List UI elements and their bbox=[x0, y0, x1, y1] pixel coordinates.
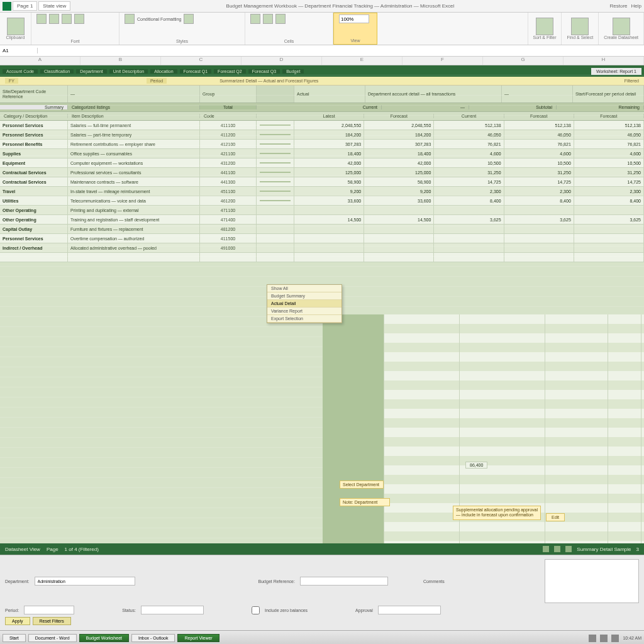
cell-value[interactable] bbox=[434, 234, 504, 243]
cell-value[interactable]: 3,625 bbox=[434, 215, 504, 224]
cell-category[interactable]: Indirect / Overhead bbox=[0, 243, 68, 252]
name-box[interactable]: A1 bbox=[0, 48, 38, 53]
taskbar-item[interactable]: Report Viewer bbox=[177, 634, 219, 642]
cell-value[interactable]: 10,500 bbox=[574, 158, 644, 167]
create-datasheet-icon[interactable] bbox=[613, 18, 630, 35]
taskbar-item[interactable]: Inbox - Outlook bbox=[131, 634, 175, 642]
cell-value[interactable] bbox=[504, 206, 574, 214]
table-row[interactable]: TravelIn-state travel — mileage reimburs… bbox=[0, 187, 644, 196]
col-hdr[interactable]: G bbox=[483, 57, 564, 65]
cell-value[interactable] bbox=[574, 253, 644, 262]
cell-value[interactable]: 4,600 bbox=[504, 149, 574, 158]
cell-code[interactable]: 471100 bbox=[200, 206, 257, 214]
apply-button[interactable]: Apply bbox=[5, 617, 30, 625]
italic-icon[interactable] bbox=[49, 14, 59, 24]
cell-value[interactable] bbox=[434, 253, 504, 262]
window-restore[interactable]: Restore bbox=[610, 3, 628, 9]
col-hdr[interactable]: E bbox=[322, 57, 402, 65]
cell-value[interactable]: 33,600 bbox=[294, 196, 364, 205]
quick-tab-2[interactable]: State view bbox=[38, 1, 70, 11]
cell-value[interactable]: 512,138 bbox=[434, 121, 504, 130]
cell-category[interactable]: Personnel Services bbox=[0, 130, 68, 139]
cell-description[interactable]: Telecommunications — voice and data bbox=[68, 196, 200, 205]
cell-category[interactable]: Equipment bbox=[0, 158, 68, 167]
bold-icon[interactable] bbox=[36, 14, 47, 24]
cell-value[interactable]: 512,138 bbox=[574, 121, 644, 130]
cell-value[interactable]: 307,283 bbox=[364, 140, 434, 148]
cell-description[interactable]: Training and registration — staff develo… bbox=[68, 215, 200, 224]
cell-category[interactable]: Supplies bbox=[0, 149, 68, 158]
cell-value[interactable] bbox=[574, 243, 644, 252]
table-row[interactable]: SuppliesOffice supplies — consumables421… bbox=[0, 149, 644, 158]
cell-description[interactable]: Furniture and fixtures — replacement bbox=[68, 225, 200, 233]
cell-value[interactable]: 3,625 bbox=[504, 215, 574, 224]
filter-approval-input[interactable] bbox=[378, 606, 441, 614]
note-edit-button[interactable]: Edit bbox=[546, 513, 565, 521]
cell-code[interactable] bbox=[200, 253, 257, 262]
cell-value[interactable]: 58,900 bbox=[364, 177, 434, 186]
cell-value[interactable] bbox=[574, 234, 644, 243]
cell-value[interactable]: 42,000 bbox=[364, 158, 434, 167]
cell-value[interactable] bbox=[364, 243, 434, 252]
cell-value[interactable] bbox=[574, 206, 644, 214]
cell-value[interactable] bbox=[294, 225, 364, 233]
cell-description[interactable]: In-state travel — mileage reimbursement bbox=[68, 187, 200, 196]
cell-value[interactable]: 18,400 bbox=[294, 149, 364, 158]
tray-shield-icon[interactable] bbox=[611, 635, 619, 642]
cell-value[interactable]: 31,250 bbox=[434, 168, 504, 177]
table-row[interactable]: Personnel ServicesSalaries — full-time p… bbox=[0, 121, 644, 130]
cell-value[interactable]: 125,000 bbox=[364, 168, 434, 177]
cell-value[interactable]: 46,050 bbox=[574, 130, 644, 139]
cell-value[interactable] bbox=[504, 243, 574, 252]
cell-code[interactable]: 441300 bbox=[200, 177, 257, 186]
cell-code[interactable]: 412100 bbox=[200, 140, 257, 148]
table-row[interactable]: Capital OutlayFurniture and fixtures — r… bbox=[0, 225, 644, 234]
note-supplemental[interactable]: Supplemental allocation pending approval… bbox=[453, 506, 541, 520]
cell-value[interactable]: 184,200 bbox=[294, 130, 364, 139]
col-hdr[interactable]: D bbox=[242, 57, 322, 65]
dropdown-item[interactable]: Variance Report bbox=[267, 308, 341, 315]
cell-code[interactable]: 411100 bbox=[200, 121, 257, 130]
cell-code[interactable]: 451100 bbox=[200, 187, 257, 196]
table-row[interactable]: Other OperatingPrinting and duplicating … bbox=[0, 206, 644, 215]
tray-volume-icon[interactable] bbox=[600, 635, 608, 642]
cell-category[interactable]: Personnel Benefits bbox=[0, 140, 68, 148]
cell-value[interactable] bbox=[294, 243, 364, 252]
cell-category[interactable]: Capital Outlay bbox=[0, 225, 68, 233]
filter-status-input[interactable] bbox=[141, 606, 204, 614]
cell-value[interactable]: 31,250 bbox=[574, 168, 644, 177]
note-dept[interactable]: Note: Department bbox=[340, 498, 390, 506]
cell-value[interactable]: 125,000 bbox=[294, 168, 364, 177]
worksheet-area[interactable]: Account Code Classification Department U… bbox=[0, 65, 644, 543]
cell-value[interactable] bbox=[574, 225, 644, 233]
filter-period-input[interactable] bbox=[24, 606, 74, 614]
cell-value[interactable]: 2,048,550 bbox=[294, 121, 364, 130]
cell-description[interactable]: Salaries — part-time temporary bbox=[68, 130, 200, 139]
cell-value[interactable]: 2,300 bbox=[504, 187, 574, 196]
cell-category[interactable]: Other Operating bbox=[0, 215, 68, 224]
cell-value[interactable]: 33,600 bbox=[364, 196, 434, 205]
dropdown-item[interactable]: Show All bbox=[267, 285, 341, 292]
cell-value[interactable]: 9,200 bbox=[294, 187, 364, 196]
cell-value[interactable]: 14,725 bbox=[574, 177, 644, 186]
cell-value[interactable]: 14,725 bbox=[504, 177, 574, 186]
cell-description[interactable] bbox=[68, 253, 200, 262]
context-dropdown[interactable]: Show AllBudget SummaryActual DetailVaria… bbox=[267, 284, 342, 323]
cell-value[interactable]: 58,900 bbox=[294, 177, 364, 186]
format-table-icon[interactable] bbox=[184, 14, 194, 24]
filter-period[interactable]: Period bbox=[147, 78, 167, 84]
table-row[interactable]: Other OperatingTraining and registration… bbox=[0, 215, 644, 225]
cell-value[interactable] bbox=[434, 206, 504, 214]
cell-code[interactable]: 441100 bbox=[200, 168, 257, 177]
paste-icon[interactable] bbox=[7, 18, 25, 35]
cell-category[interactable]: Personnel Services bbox=[0, 234, 68, 243]
cell-value[interactable]: 184,200 bbox=[364, 130, 434, 139]
cell-value[interactable]: 18,400 bbox=[364, 149, 434, 158]
cell-value[interactable] bbox=[504, 234, 574, 243]
table-row[interactable]: Personnel BenefitsRetirement contributio… bbox=[0, 140, 644, 149]
cell-value[interactable] bbox=[504, 225, 574, 233]
cell-value[interactable] bbox=[434, 225, 504, 233]
cell-value[interactable] bbox=[294, 206, 364, 214]
col-hdr[interactable]: F bbox=[402, 57, 483, 65]
empty-grid-area[interactable] bbox=[0, 314, 644, 543]
